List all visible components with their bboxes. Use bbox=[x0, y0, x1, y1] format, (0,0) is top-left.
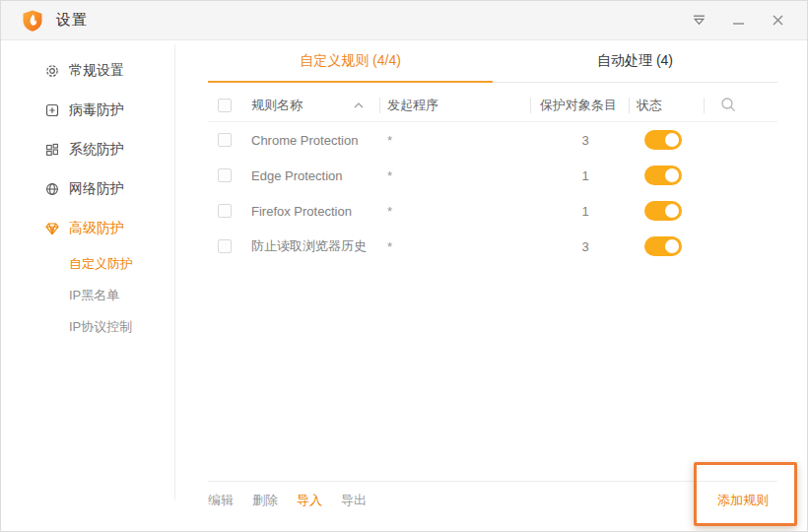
status-toggle[interactable] bbox=[644, 130, 682, 150]
content-panel: 自定义规则 (4/4) 自动处理 (4) 规则名称 发起程序 保护对象条目 状态 bbox=[175, 40, 807, 532]
row-checkbox[interactable] bbox=[218, 204, 232, 218]
rule-program: * bbox=[379, 122, 530, 158]
network-globe-icon bbox=[44, 181, 60, 197]
sidebar-item-label: 系统防护 bbox=[69, 141, 124, 159]
search-icon[interactable] bbox=[720, 97, 737, 113]
column-header-program[interactable]: 发起程序 bbox=[387, 97, 438, 114]
sidebar-item-system-protection[interactable]: 系统防护 bbox=[1, 130, 175, 169]
tab-bar: 自定义规则 (4/4) 自动处理 (4) bbox=[208, 40, 777, 83]
sort-asc-icon[interactable] bbox=[354, 102, 364, 108]
sidebar-item-label: 病毒防护 bbox=[69, 101, 124, 119]
rule-name: Firefox Protection bbox=[251, 193, 379, 229]
sidebar-subitem-ip-blacklist[interactable]: IP黑名单 bbox=[1, 280, 175, 311]
table-header: 规则名称 发起程序 保护对象条目 状态 bbox=[208, 89, 777, 122]
sidebar-subitem-label: IP协议控制 bbox=[69, 318, 132, 336]
system-protection-icon bbox=[44, 142, 60, 158]
table-row[interactable]: Edge Protection * 1 bbox=[208, 158, 777, 193]
rule-entries: 3 bbox=[530, 122, 629, 158]
rule-name: 防止读取浏览器历史 bbox=[251, 229, 379, 264]
rule-program: * bbox=[379, 158, 530, 193]
table-row[interactable]: Firefox Protection * 1 bbox=[208, 193, 777, 229]
window-controls bbox=[691, 13, 785, 29]
sidebar-subitem-label: 自定义防护 bbox=[69, 255, 133, 273]
row-checkbox[interactable] bbox=[218, 168, 232, 182]
gear-icon bbox=[44, 63, 60, 79]
status-toggle[interactable] bbox=[644, 201, 682, 221]
tab-custom-rules[interactable]: 自定义规则 (4/4) bbox=[208, 52, 493, 83]
footer-action-bar: 编辑 删除 导入 导出 添加规则 bbox=[208, 481, 777, 532]
sidebar-item-label: 高级防护 bbox=[69, 220, 124, 237]
import-button[interactable]: 导入 bbox=[297, 492, 322, 508]
column-header-entries[interactable]: 保护对象条目 bbox=[540, 97, 617, 114]
column-header-status[interactable]: 状态 bbox=[637, 97, 662, 114]
rule-entries: 3 bbox=[530, 229, 629, 264]
sidebar-item-virus-protection[interactable]: 病毒防护 bbox=[1, 91, 175, 130]
settings-window: 设置 常规设置 bbox=[0, 0, 808, 532]
table-row[interactable]: 防止读取浏览器历史 * 3 bbox=[208, 229, 777, 264]
gem-icon bbox=[44, 221, 60, 236]
sidebar-item-general[interactable]: 常规设置 bbox=[1, 51, 175, 91]
virus-protection-icon bbox=[44, 102, 60, 118]
main-menu-icon[interactable] bbox=[691, 13, 707, 29]
add-rule-button[interactable]: 添加规则 bbox=[717, 492, 769, 508]
close-icon[interactable] bbox=[770, 13, 785, 29]
export-button[interactable]: 导出 bbox=[341, 492, 367, 508]
app-logo-icon bbox=[21, 9, 44, 33]
sidebar: 常规设置 病毒防护 bbox=[1, 40, 175, 532]
sidebar-subitem-ip-protocol-control[interactable]: IP协议控制 bbox=[1, 311, 175, 343]
row-checkbox[interactable] bbox=[218, 133, 232, 147]
sidebar-item-advanced-protection[interactable]: 高级防护 bbox=[1, 209, 175, 248]
window-title: 设置 bbox=[56, 11, 88, 30]
rule-program: * bbox=[379, 229, 530, 264]
tab-auto-processing[interactable]: 自动处理 (4) bbox=[493, 52, 777, 83]
table-row[interactable]: Chrome Protection * 3 bbox=[208, 122, 777, 158]
rule-name: Edge Protection bbox=[251, 158, 379, 193]
sidebar-item-label: 常规设置 bbox=[69, 62, 124, 80]
sidebar-subitem-label: IP黑名单 bbox=[69, 287, 119, 304]
sidebar-item-network-protection[interactable]: 网络防护 bbox=[1, 169, 175, 209]
sidebar-subitem-custom-protection[interactable]: 自定义防护 bbox=[1, 248, 175, 280]
rule-entries: 1 bbox=[530, 193, 629, 229]
edit-button[interactable]: 编辑 bbox=[208, 492, 234, 508]
column-header-rule-name[interactable]: 规则名称 bbox=[251, 97, 303, 114]
status-toggle[interactable] bbox=[644, 166, 682, 185]
titlebar: 设置 bbox=[1, 1, 807, 40]
delete-button[interactable]: 删除 bbox=[252, 492, 278, 508]
minimize-icon[interactable] bbox=[730, 13, 746, 29]
status-toggle[interactable] bbox=[644, 236, 682, 256]
rule-program: * bbox=[379, 193, 530, 229]
rule-name: Chrome Protection bbox=[251, 122, 379, 158]
rule-entries: 1 bbox=[530, 158, 629, 193]
row-checkbox[interactable] bbox=[218, 239, 232, 253]
select-all-checkbox[interactable] bbox=[218, 99, 232, 112]
sidebar-item-label: 网络防护 bbox=[69, 180, 124, 198]
